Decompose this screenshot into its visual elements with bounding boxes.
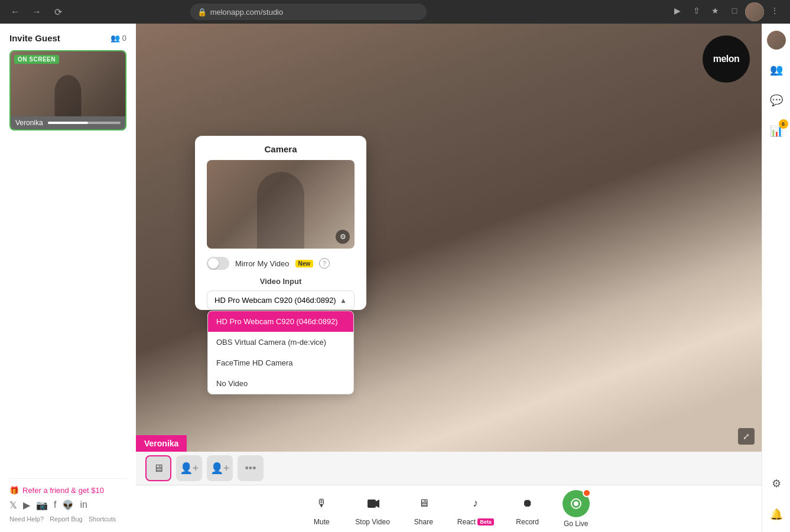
stop-video-button[interactable]: Stop Video [355,492,390,526]
expand-video-button[interactable]: ⤢ [81,74,97,93]
menu-button[interactable]: ⋮ [766,2,783,19]
add-participant-button-2[interactable]: 👤+ [207,455,233,481]
share-browser-button[interactable]: ⇧ [688,2,705,19]
volume-slider[interactable] [48,122,121,124]
expand-stage-button[interactable]: ⤢ [738,428,755,445]
address-bar[interactable]: 🔒 melonapp.com/studio [190,4,427,20]
video-input-select[interactable]: HD Pro Webcam C920 (046d:0892) ▲ HD Pro … [207,291,355,310]
report-bug-link[interactable]: Report Bug [50,515,83,523]
reddit-icon[interactable]: 👽 [62,500,74,511]
stop-video-icon [361,492,385,515]
beta-badge: Beta [477,518,494,526]
more-options-button[interactable]: ••• [238,455,264,481]
mute-icon: 🎙 [310,492,333,515]
camera-gear-icon[interactable]: ⚙ [336,230,350,244]
react-label: React Beta [457,518,494,526]
browser-chrome: ← → ⟳ 🔒 melonapp.com/studio ▶ ⇧ ★ □ ⋮ [0,0,790,24]
dropdown-item-no-video[interactable]: No Video [208,373,353,394]
participants-icon-button[interactable]: 👥 [766,59,787,80]
chat-icon: 💬 [770,94,783,107]
social-links: 𝕏 ▶ 📷 f 👽 in [9,500,126,511]
camera-panel-title: Camera [195,136,366,160]
new-badge: New [295,260,314,267]
more-icon: ••• [245,462,256,475]
svg-marker-1 [376,500,379,508]
window-button[interactable]: □ [726,2,743,19]
instagram-icon[interactable]: 📷 [36,500,48,511]
dropdown-item-obs[interactable]: OBS Virtual Camera (m-de:vice) [208,332,353,353]
selected-device-label: HD Pro Webcam C920 (046d:0892) [214,296,336,305]
video-input-label: Video Input [195,277,366,291]
stop-video-label: Stop Video [355,518,390,526]
profile-avatar[interactable] [745,2,764,21]
app-container: Invite Guest 👥 0 ON SCREEN Hide on strea… [0,24,790,532]
right-sidebar: 👥 💬 📊 6 ⚙ 🔔 [762,24,790,532]
user-name-label: Veronika [15,119,43,127]
invite-guest-header: Invite Guest 👥 0 [9,33,126,43]
mute-label: Mute [314,518,330,526]
stream-user-label: Veronika [136,435,187,452]
video-stage: melon ⤢ Veronika Camera ⚙ Mirror My Vide… [136,24,762,452]
help-icon[interactable]: ? [319,258,330,269]
mute-button[interactable]: 🎙 Mute [307,492,336,526]
forward-button[interactable]: → [28,4,45,20]
main-content: melon ⤢ Veronika Camera ⚙ Mirror My Vide… [136,24,762,532]
go-live-icon [563,490,590,517]
melon-logo: melon [703,35,750,83]
bookmark-button[interactable]: ★ [707,2,724,19]
refer-text[interactable]: 🎁 Refer a friend & get $10 [9,486,126,495]
ticker-badge: 6 [779,119,788,129]
youtube-icon[interactable]: ▶ [23,500,30,511]
on-screen-card: ON SCREEN Hide on stream ⤢ Veronika [9,50,126,130]
hide-on-stream-button[interactable]: Hide on stream [40,74,76,93]
dropdown-arrow-icon: ▲ [340,296,347,305]
right-sidebar-avatar[interactable] [767,31,786,50]
browser-actions: ▶ ⇧ ★ □ ⋮ [669,2,783,21]
add-person-icon-2: 👤+ [210,462,230,475]
back-button[interactable]: ← [7,4,24,20]
settings-icon-button[interactable]: ⚙ [766,473,787,494]
footer-links: Need Help? Report Bug Shortcuts [9,515,126,523]
settings-icon: ⚙ [772,477,781,490]
go-live-label: Go Live [564,520,588,528]
on-screen-badge: ON SCREEN [14,55,59,64]
cast-button[interactable]: ▶ [669,2,686,19]
share-label: Share [414,518,433,526]
participants-row: 🖥 👤+ 👤+ ••• [136,452,762,485]
twitter-icon[interactable]: 𝕏 [9,500,17,511]
svg-point-3 [574,501,578,506]
left-sidebar: Invite Guest 👥 0 ON SCREEN Hide on strea… [0,24,136,532]
react-button[interactable]: ♪ React Beta [457,492,494,526]
share-button[interactable]: 🖥 Share [409,492,438,526]
participant-video-icon: 🖥 [153,462,164,475]
record-icon: ⏺ [516,492,539,515]
need-help-link[interactable]: Need Help? [9,515,44,523]
mirror-label: Mirror My Video [235,259,290,268]
notification-icon-button[interactable]: 🔔 [766,504,787,525]
video-input-dropdown: HD Pro Webcam C920 (046d:0892) OBS Virtu… [207,311,354,394]
toolbar: 🎙 Mute Stop Video 🖥 Share ♪ [136,485,762,532]
share-icon: 🖥 [412,492,435,515]
reload-button[interactable]: ⟳ [50,4,66,20]
go-live-button[interactable]: Go Live [561,490,591,528]
record-label: Record [516,518,539,526]
bell-icon: 🔔 [770,508,783,521]
mirror-toggle[interactable] [207,257,229,270]
camera-settings-panel: Camera ⚙ Mirror My Video New ? Video Inp… [195,136,366,310]
guest-count: 👥 0 [110,34,126,43]
facebook-icon[interactable]: f [54,500,56,511]
participants-icon: 👥 [770,63,783,76]
url-text: melonapp.com/studio [210,8,284,17]
linkedin-icon[interactable]: in [80,500,87,511]
shortcuts-link[interactable]: Shortcuts [89,515,116,523]
react-icon: ♪ [464,492,487,515]
ticker-icon-button[interactable]: 📊 6 [766,120,787,142]
participant-tile-veronika[interactable]: 🖥 [145,455,171,481]
add-person-icon: 👤+ [180,462,199,475]
record-button[interactable]: ⏺ Record [513,492,542,526]
add-participant-button[interactable]: 👤+ [176,455,202,481]
gift-icon: 🎁 [9,486,19,495]
chat-icon-button[interactable]: 💬 [766,90,787,111]
dropdown-item-facetime[interactable]: FaceTime HD Camera [208,353,353,373]
dropdown-item-hd-webcam[interactable]: HD Pro Webcam C920 (046d:0892) [208,311,353,332]
